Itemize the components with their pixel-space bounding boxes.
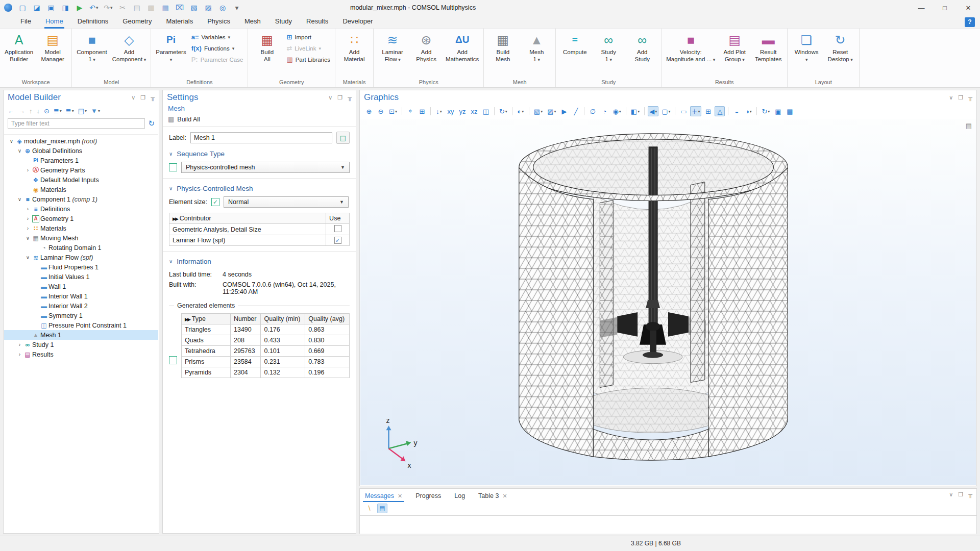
panel-pin-icon[interactable]: ╥ — [151, 94, 155, 101]
copy-icon[interactable]: ▤ — [131, 2, 143, 13]
element-type-row[interactable]: Prisms235840.2310.783 — [182, 357, 350, 367]
label-input[interactable] — [190, 132, 332, 143]
tree-item-geometry-1[interactable]: ›AGeometry 1 — [4, 214, 158, 223]
tree-expander-icon[interactable]: ∨ — [24, 255, 31, 260]
tree-item-component-1[interactable]: ∨■Component 1 (comp 1) — [4, 194, 158, 204]
panel-float-icon[interactable]: ❐ — [958, 94, 963, 101]
rotate-icon[interactable]: ↻▾ — [498, 106, 509, 116]
tree-item-moving-mesh[interactable]: ∨▦Moving Mesh — [4, 233, 158, 243]
axis-orientation-icon[interactable]: ∔▾ — [690, 106, 701, 116]
help-button[interactable]: ? — [965, 17, 975, 27]
tree-item-global-definitions[interactable]: ∨⊕Global Definitions — [4, 146, 158, 156]
save-as-icon[interactable]: ◨ — [59, 2, 71, 13]
scene-light-icon[interactable]: ◐▾ — [516, 106, 526, 116]
zoom-extents-icon[interactable]: ⌖ — [405, 106, 415, 116]
undo-icon[interactable]: ↶▾ — [88, 2, 100, 13]
minimize-button[interactable]: — — [910, 0, 933, 15]
tree-expander-icon[interactable]: ∨ — [16, 148, 23, 154]
application-builder-button[interactable]: AApplicationBuilder — [3, 30, 35, 64]
delete-icon[interactable]: ⌧ — [174, 2, 186, 13]
livelink-button[interactable]: ⇄LiveLink▾ — [284, 44, 332, 53]
tree-expander-icon[interactable]: ∨ — [8, 138, 15, 144]
back-icon[interactable]: ← — [8, 107, 14, 115]
expand-all-icon[interactable]: ≣▾ — [54, 107, 62, 115]
element-type-row[interactable]: Triangles134900.1760.863 — [182, 324, 350, 335]
clear-messages-icon[interactable]: ∖ — [364, 504, 374, 513]
close-button[interactable]: ✕ — [957, 0, 980, 15]
add-component-button[interactable]: ◇AddComponent ▾ — [110, 30, 149, 64]
add-plot-group-button[interactable]: ▤Add PlotGroup ▾ — [718, 30, 751, 64]
tree-expander-icon[interactable]: › — [24, 167, 31, 173]
ribbon-tab-materials[interactable]: Materials — [159, 15, 200, 29]
transparency-icon[interactable]: ◔ — [599, 106, 609, 116]
section-information[interactable]: ∨ Information — [169, 252, 350, 269]
close-tab-icon[interactable]: ✕ — [502, 493, 507, 499]
tree-item-definitions[interactable]: ›≡Definitions — [4, 204, 158, 214]
customize-qat-icon[interactable]: ▾ — [231, 2, 243, 13]
graphics-canvas[interactable]: ▤ — [360, 119, 976, 485]
tree-item-results[interactable]: ›▤Results — [4, 349, 158, 359]
build-all-button[interactable]: ▦BuildAll — [251, 30, 283, 64]
functions-button[interactable]: f(x)Functions▾ — [189, 44, 246, 53]
copy-table-icon[interactable]: ▤ — [377, 504, 387, 513]
open-icon[interactable]: ◪ — [31, 2, 43, 13]
tree-item-symmetry-1[interactable]: ▬Symmetry 1 — [4, 311, 158, 320]
tree-item-default-model-inputs[interactable]: ❖Default Model Inputs — [4, 175, 158, 185]
panel-float-icon[interactable]: ❐ — [958, 491, 963, 498]
result-templates-button[interactable]: ▬ResultTemplates — [752, 30, 785, 64]
element-type-row[interactable]: Pyramids23040.1320.196 — [182, 367, 350, 378]
tree-item-laminar-flow[interactable]: ∨≋Laminar Flow (spf) — [4, 253, 158, 262]
collapse-all-icon[interactable]: ≣▾ — [66, 107, 74, 115]
select-box-icon[interactable]: ▧ — [188, 2, 200, 13]
tree-item-rotating-domain-1[interactable]: ◔Rotating Domain 1 — [4, 243, 158, 253]
screenshot-icon[interactable]: ▣ — [773, 106, 783, 116]
element-type-row[interactable]: Tetrahedra2957630.1010.669 — [182, 346, 350, 357]
ribbon-tab-definitions[interactable]: Definitions — [70, 15, 116, 29]
tree-expander-icon[interactable]: › — [24, 206, 31, 212]
view-xz-icon[interactable]: xz — [469, 106, 479, 116]
mesh-rendering-icon[interactable]: △ — [715, 106, 725, 116]
forward-icon[interactable]: → — [18, 107, 25, 115]
tab-log[interactable]: Log — [454, 492, 465, 502]
view-yz-icon[interactable]: yz — [457, 106, 468, 116]
move-up-icon[interactable]: ↑ — [29, 107, 33, 115]
build-mesh-button[interactable]: ▦BuildMesh — [486, 30, 519, 64]
parameter-case-button[interactable]: P:Parameter Case — [189, 55, 246, 64]
tree-item-initial-values-1[interactable]: ▬Initial Values 1 — [4, 272, 158, 282]
tree-filter-input[interactable] — [8, 118, 145, 129]
run-icon[interactable]: ▶ — [74, 2, 86, 13]
reset-desktop-button[interactable]: ↻ResetDesktop ▾ — [824, 30, 856, 64]
tree-item-geometry-parts[interactable]: ›ⒶGeometry Parts — [4, 165, 158, 175]
ribbon-tab-results[interactable]: Results — [299, 15, 335, 29]
new-icon[interactable]: ▢ — [16, 2, 29, 13]
add-study-button[interactable]: ∞AddStudy — [626, 30, 658, 64]
filter-icon[interactable]: ▼▾ — [91, 107, 100, 115]
element-size-dropdown[interactable]: Normal ▼ — [224, 196, 349, 208]
panel-collapse-icon[interactable]: ∨ — [949, 491, 953, 498]
print-icon[interactable]: ▤ — [785, 106, 795, 116]
tree-item-materials[interactable]: ◉Materials — [4, 185, 158, 194]
tree-expander-icon[interactable]: ∨ — [16, 196, 23, 202]
report-preview-icon[interactable]: ◎ — [216, 2, 229, 13]
add-mathematics-button[interactable]: ΔUAddMathematics — [444, 30, 481, 64]
zoom-to-selection-icon[interactable]: ⊞ — [417, 106, 427, 116]
tree-item-wall-1[interactable]: ▬Wall 1 — [4, 282, 158, 291]
element-type-row[interactable]: Quads2080.4330.830 — [182, 335, 350, 346]
canvas-panel-toggle-icon[interactable]: ▤ — [966, 122, 972, 130]
panel-collapse-icon[interactable]: ∨ — [131, 94, 135, 101]
import-button[interactable]: ⊞Import — [284, 33, 332, 41]
visibility-icon[interactable]: ◉▾ — [611, 106, 622, 116]
tree-item-mesh-1[interactable]: ▲Mesh 1 — [4, 330, 158, 340]
clip-plane-icon[interactable]: ◧▾ — [629, 106, 641, 116]
tree-item-interior-wall-1[interactable]: ▬Interior Wall 1 — [4, 291, 158, 301]
select-pointer-icon[interactable]: ▶ — [559, 106, 569, 116]
color-palette-icon[interactable]: ◑▾ — [743, 106, 753, 116]
contributor-row[interactable]: Geometric Analysis, Detail Size — [169, 224, 350, 235]
ribbon-tab-file[interactable]: File — [13, 15, 38, 29]
view-xy-icon[interactable]: xy — [446, 106, 456, 116]
duplicate-icon[interactable]: ▦ — [159, 2, 172, 13]
rename-icon[interactable]: ▤ — [336, 132, 350, 144]
windows-button[interactable]: ❏Windows ▾ — [790, 30, 823, 64]
ribbon-tab-home[interactable]: Home — [38, 15, 70, 29]
paste-icon[interactable]: ▥ — [145, 2, 157, 13]
